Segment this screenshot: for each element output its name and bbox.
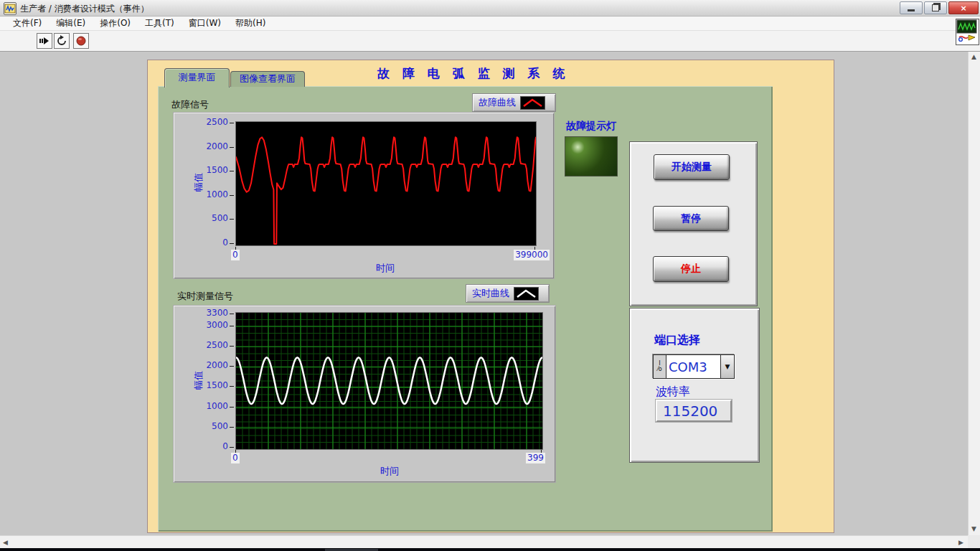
scrollbar-corner	[968, 535, 980, 548]
x-axis-title: 时间	[376, 262, 395, 275]
realtime-signal-graph: 0500100015002000250030003300 幅值 0 399 时间	[173, 305, 556, 483]
y-tick	[230, 326, 234, 326]
y-tick-label: 0	[222, 441, 228, 451]
legend-line-sample	[514, 287, 539, 301]
vi-icon	[956, 19, 979, 45]
toolbar	[0, 31, 980, 52]
y-tick	[230, 314, 234, 314]
vertical-scrollbar[interactable]: ▲ ▼	[968, 52, 980, 535]
abort-button[interactable]	[73, 33, 89, 49]
menu-tools[interactable]: 工具(T)	[138, 17, 182, 30]
window-titlebar[interactable]: 生产者 / 消费者设计模式（事件） ×	[0, 0, 980, 17]
port-combo-box[interactable]: I⁄o COM3 ▼	[653, 354, 735, 379]
window-title: 生产者 / 消费者设计模式（事件）	[20, 3, 149, 15]
y-tick	[230, 346, 234, 347]
fault-signal-graph: 05001000150020002500 幅值 0 399000 时间	[173, 112, 555, 279]
legend-label: 实时曲线	[472, 287, 509, 300]
close-button[interactable]: ×	[948, 1, 979, 14]
y-tick-label: 0	[222, 237, 228, 248]
port-panel: 端口选择 I⁄o COM3 ▼ 波特率 115200	[629, 308, 760, 463]
realtime-plot-area[interactable]	[235, 312, 543, 450]
combo-dropdown-arrow[interactable]: ▼	[720, 355, 734, 378]
menu-bar: 文件(F) 编辑(E) 操作(O) 工具(T) 窗口(W) 帮助(H)	[0, 17, 980, 31]
fault-graph-legend[interactable]: 故障曲线	[472, 93, 556, 112]
run-button[interactable]	[37, 33, 52, 49]
labview-app-icon	[4, 2, 17, 15]
start-measure-button[interactable]: 开始测量	[654, 154, 730, 180]
y-tick	[230, 366, 234, 367]
y-tick-label: 1500	[206, 380, 228, 390]
x-max-label: 399	[526, 453, 545, 463]
y-tick	[230, 195, 234, 196]
labview-window: 生产者 / 消费者设计模式（事件） × 文件(F) 编辑(E) 操作(O) 工具…	[0, 0, 980, 551]
tab-control-frame: 测量界面 图像查看界面 故 障 电 弧 监 测 系 统 故障信号 故障曲线 05…	[147, 60, 834, 533]
y-tick-label: 1500	[206, 165, 228, 175]
taskbar-edge	[0, 548, 980, 551]
menu-operate[interactable]: 操作(O)	[93, 17, 138, 30]
y-tick	[230, 123, 234, 123]
y-tick-label: 2500	[206, 117, 228, 127]
y-tick-label: 1000	[206, 401, 228, 411]
y-tick-label: 2000	[206, 360, 228, 370]
page-title: 故 障 电 弧 监 测 系 统	[377, 65, 569, 82]
fault-led-label: 故障提示灯	[566, 120, 616, 133]
abort-icon	[75, 35, 87, 47]
run-continuous-icon	[56, 35, 67, 47]
control-button-panel: 开始测量 暂停 停止	[629, 141, 758, 306]
fault-plot-area[interactable]	[235, 121, 537, 246]
run-arrow-icon	[39, 35, 50, 47]
minimize-icon	[908, 9, 915, 11]
y-tick	[230, 407, 234, 408]
y-tick-label: 3000	[206, 320, 228, 330]
legend-label: 故障曲线	[479, 96, 516, 109]
y-tick-label: 500	[212, 213, 228, 223]
realtime-graph-legend[interactable]: 实时曲线	[466, 284, 550, 303]
tab-image-view[interactable]: 图像查看界面	[230, 71, 305, 87]
menu-file[interactable]: 文件(F)	[6, 17, 49, 30]
stop-button[interactable]: 停止	[653, 256, 729, 282]
y-tick	[230, 219, 234, 220]
menu-help[interactable]: 帮助(H)	[228, 17, 273, 30]
tab-page-measure: 故障信号 故障曲线 05001000150020002500 幅值 0 3990…	[158, 86, 773, 532]
run-continuous-button[interactable]	[54, 33, 70, 49]
x-max-label: 399000	[514, 250, 550, 260]
tab-measure[interactable]: 测量界面	[164, 68, 230, 88]
y-tick	[230, 243, 234, 244]
front-panel: 测量界面 图像查看界面 故 障 电 弧 监 测 系 统 故障信号 故障曲线 05…	[0, 52, 980, 535]
pause-button[interactable]: 暂停	[653, 206, 729, 231]
y-axis-title: 幅值	[192, 173, 205, 192]
port-combo-value[interactable]: COM3	[666, 355, 720, 378]
x-min-label: 0	[231, 453, 240, 463]
y-tick-label: 3300	[206, 308, 228, 318]
legend-line-sample	[520, 96, 545, 110]
fault-led-indicator	[565, 136, 618, 176]
y-tick-label: 500	[212, 421, 228, 431]
y-tick	[230, 447, 234, 448]
y-tick-label: 2000	[206, 141, 228, 151]
y-axis-title: 幅值	[192, 371, 205, 390]
realtime-graph-title: 实时测量信号	[177, 290, 233, 303]
baud-rate-label: 波特率	[656, 385, 690, 400]
close-icon: ×	[960, 4, 966, 13]
y-tick	[230, 147, 234, 148]
x-min-label: 0	[231, 250, 240, 260]
y-tick	[230, 427, 234, 428]
y-tick	[230, 386, 234, 387]
y-tick-label: 1000	[206, 189, 228, 199]
restore-icon	[932, 4, 939, 11]
visa-io-icon: I⁄o	[654, 355, 666, 378]
scroll-up-icon[interactable]: ▲	[971, 53, 976, 60]
restore-button[interactable]	[924, 1, 947, 14]
x-axis-title: 时间	[380, 465, 399, 478]
horizontal-scrollbar[interactable]: ◀ ▶	[0, 535, 968, 549]
minimize-button[interactable]	[900, 1, 923, 14]
scroll-left-icon[interactable]: ◀	[3, 539, 8, 546]
y-tick-label: 2500	[206, 340, 228, 350]
baud-rate-value[interactable]: 115200	[656, 400, 732, 422]
menu-edit[interactable]: 编辑(E)	[49, 17, 93, 30]
menu-window[interactable]: 窗口(W)	[182, 17, 228, 30]
port-select-label: 端口选择	[654, 333, 700, 348]
window-controls: ×	[900, 1, 979, 14]
scroll-right-icon[interactable]: ▶	[958, 539, 963, 546]
scroll-down-icon[interactable]: ▼	[971, 525, 976, 532]
